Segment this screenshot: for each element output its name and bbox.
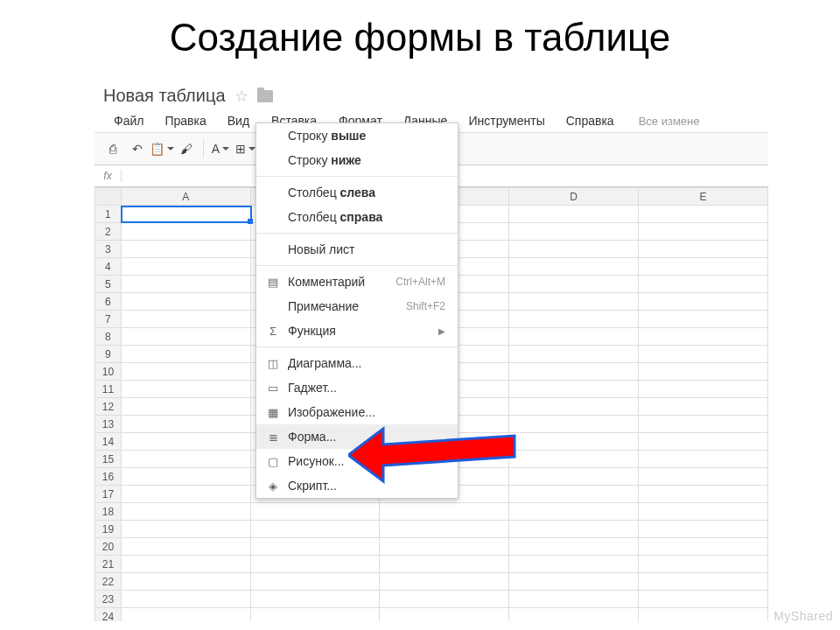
menu-инструменты[interactable]: Инструменты	[458, 110, 555, 131]
cell[interactable]	[639, 468, 768, 486]
cell[interactable]	[509, 556, 639, 573]
menu-item[interactable]: ◈Скрипт...	[256, 473, 458, 498]
column-header[interactable]: D	[509, 188, 639, 206]
row-header[interactable]: 14	[95, 433, 122, 451]
cell[interactable]	[380, 608, 509, 622]
cell[interactable]	[509, 503, 639, 521]
cell[interactable]	[639, 556, 768, 573]
row-header[interactable]: 17	[95, 486, 122, 503]
cell[interactable]	[121, 258, 250, 276]
print-icon[interactable]: ⎙	[102, 137, 124, 160]
cell[interactable]	[639, 521, 768, 538]
row-header[interactable]: 11	[95, 381, 122, 398]
cell[interactable]	[509, 363, 639, 381]
menu-правка[interactable]: Правка	[154, 110, 216, 131]
row-header[interactable]: 16	[95, 468, 122, 486]
cell[interactable]	[250, 591, 380, 608]
row-header[interactable]: 21	[95, 556, 122, 573]
cell[interactable]	[250, 503, 380, 521]
cell[interactable]	[380, 521, 509, 538]
menu-item[interactable]: ПримечаниеShift+F2	[256, 294, 458, 318]
menu-item[interactable]: ΣФункция▶	[256, 318, 458, 343]
cell[interactable]	[509, 276, 639, 293]
row-header[interactable]: 13	[95, 416, 122, 433]
cell[interactable]	[639, 328, 768, 346]
row-header[interactable]: 24	[95, 608, 122, 622]
column-header[interactable]: A	[121, 188, 250, 206]
cell[interactable]	[509, 293, 639, 311]
row-header[interactable]: 3	[95, 241, 122, 258]
cell[interactable]	[639, 258, 768, 276]
cell[interactable]	[380, 503, 509, 521]
cell[interactable]	[639, 573, 768, 591]
cell[interactable]	[509, 433, 639, 451]
cell[interactable]	[509, 346, 639, 363]
row-header[interactable]: 7	[95, 311, 122, 328]
cell[interactable]	[639, 416, 768, 433]
cell[interactable]	[121, 608, 250, 622]
cell[interactable]	[121, 468, 250, 486]
cell[interactable]	[509, 451, 639, 468]
redo-clipboard-icon[interactable]: 📋	[150, 137, 173, 160]
folder-icon[interactable]	[257, 90, 273, 102]
cell[interactable]	[509, 223, 639, 241]
row-header[interactable]: 19	[95, 521, 122, 538]
select-all-corner[interactable]	[95, 188, 122, 206]
cell[interactable]	[121, 416, 250, 433]
cell[interactable]	[509, 328, 639, 346]
menu-item[interactable]: ▢Рисунок...	[256, 449, 458, 473]
row-header[interactable]: 8	[95, 328, 122, 346]
menu-item[interactable]: Строку ниже	[256, 148, 458, 172]
menu-item[interactable]: ▭Гаджет...	[256, 375, 458, 400]
cell[interactable]	[121, 346, 250, 363]
cell[interactable]	[121, 381, 250, 398]
borders-icon[interactable]: ⊞	[234, 137, 256, 160]
row-header[interactable]: 15	[95, 451, 122, 468]
cell[interactable]	[250, 556, 380, 573]
cell[interactable]	[121, 363, 250, 381]
cell[interactable]	[250, 538, 380, 556]
cell[interactable]	[639, 293, 768, 311]
cell[interactable]	[639, 363, 768, 381]
row-header[interactable]: 5	[95, 276, 122, 293]
cell[interactable]	[250, 608, 380, 622]
row-header[interactable]: 1	[95, 206, 122, 223]
row-header[interactable]: 18	[95, 503, 122, 521]
cell[interactable]	[509, 591, 639, 608]
menu-item[interactable]: Столбец справа	[256, 205, 458, 229]
menu-item[interactable]: Новый лист	[256, 237, 458, 262]
menu-вид[interactable]: Вид	[217, 110, 260, 131]
cell[interactable]	[639, 381, 768, 398]
row-header[interactable]: 12	[95, 398, 122, 416]
cell[interactable]	[121, 433, 250, 451]
cell[interactable]	[121, 398, 250, 416]
row-header[interactable]: 4	[95, 258, 122, 276]
cell[interactable]	[639, 223, 768, 241]
cell[interactable]	[639, 503, 768, 521]
text-color-icon[interactable]: A	[209, 137, 232, 160]
cell[interactable]	[639, 451, 768, 468]
cell[interactable]	[639, 591, 768, 608]
row-header[interactable]: 9	[95, 346, 122, 363]
column-header[interactable]: E	[639, 188, 768, 206]
row-header[interactable]: 23	[95, 591, 122, 608]
cell[interactable]	[509, 398, 639, 416]
cell[interactable]	[509, 486, 639, 503]
cell[interactable]	[639, 276, 768, 293]
row-header[interactable]: 6	[95, 293, 122, 311]
cell[interactable]	[509, 538, 639, 556]
menu-справка[interactable]: Справка	[556, 110, 625, 131]
cell[interactable]	[121, 503, 250, 521]
cell[interactable]	[509, 206, 639, 223]
cell[interactable]	[509, 258, 639, 276]
cell[interactable]	[380, 556, 509, 573]
star-icon[interactable]: ☆	[234, 87, 248, 106]
row-header[interactable]: 20	[95, 538, 122, 556]
cell[interactable]	[121, 451, 250, 468]
cell[interactable]	[380, 573, 509, 591]
cell[interactable]	[380, 538, 509, 556]
row-header[interactable]: 22	[95, 573, 122, 591]
cell[interactable]	[121, 573, 250, 591]
cell[interactable]	[509, 311, 639, 328]
cell[interactable]	[121, 591, 250, 608]
